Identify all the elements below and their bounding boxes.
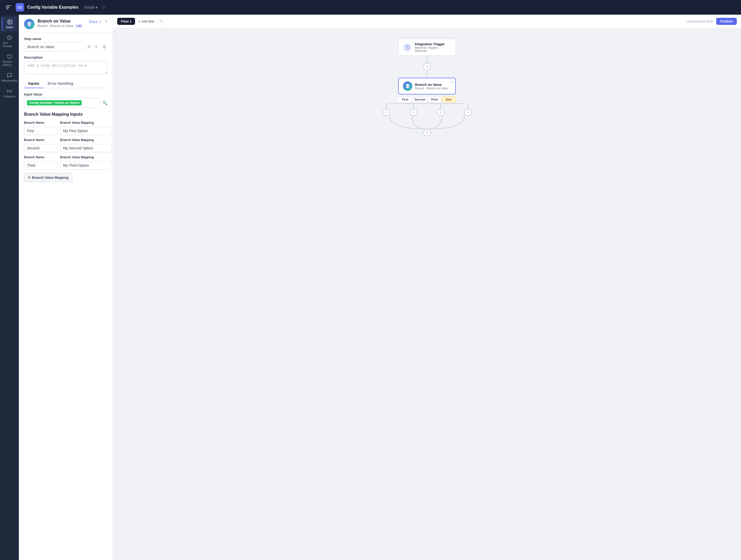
branch-tab-first[interactable]: First — [398, 97, 412, 102]
project-badge: CE — [16, 3, 24, 11]
panel-header: Branch on Value Branch - Branch on Value… — [19, 15, 113, 33]
trigger-node-subtitle: Webhook Triggers - Webhook — [415, 46, 451, 52]
branch-row-inputs-2: 🗑 ⋮⋮ — [24, 161, 108, 170]
branch-node-title: Branch on Value — [415, 83, 448, 86]
branch-value-input-0[interactable] — [60, 127, 112, 135]
sidebar-item-instances[interactable]: Instances — [2, 86, 17, 101]
step-name-group: Step name ⧉ ✎ 🗑 — [24, 37, 108, 51]
connector-line — [427, 70, 427, 78]
sidebar: Editor Test Runner Version History Attac… — [0, 15, 19, 560]
config-variable-tag: Config Variable | Select an Option — [27, 100, 82, 106]
sidebar-item-editor[interactable]: Editor — [2, 17, 17, 32]
details-button[interactable]: Details ▾ — [84, 5, 98, 9]
branch-node-info: Branch on Value Branch - Branch on Value — [415, 83, 448, 90]
branch-name-label-1: Branch Name — [24, 138, 58, 142]
version-badge: v44 — [75, 24, 83, 28]
step-name-row: ⧉ ✎ 🗑 — [24, 42, 108, 51]
sidebar-item-version-history[interactable]: Version History — [2, 51, 17, 69]
canvas-content: Integration Trigger Webhook Triggers - W… — [113, 28, 741, 560]
branch-tab-else[interactable]: Else — [442, 97, 456, 102]
canvas-toolbar: Flow 1 + Add flow ? Unpublished draft Pu… — [113, 15, 741, 28]
search-icon[interactable]: 🔍 — [102, 101, 108, 106]
branch-name-label-2: Branch Name — [24, 155, 58, 159]
flow-column: Integration Trigger Webhook Triggers - W… — [383, 39, 471, 560]
input-value-box[interactable]: Config Variable | Select an Option — [24, 98, 100, 108]
sidebar-label-test-runner: Test Runner — [3, 41, 16, 48]
description-label: Description — [24, 56, 108, 59]
add-step-button-merged[interactable]: + — [423, 129, 431, 136]
trigger-node[interactable]: Integration Trigger Webhook Triggers - W… — [398, 39, 456, 56]
connector-line — [427, 56, 427, 63]
branch-name-label-0: Branch Name — [24, 121, 58, 125]
add-flow-button[interactable]: + Add flow — [138, 19, 154, 23]
trigger-node-info: Integration Trigger Webhook Triggers - W… — [415, 42, 451, 52]
branch-name-input-2[interactable] — [24, 161, 58, 170]
main-layout: Editor Test Runner Version History Attac… — [0, 15, 741, 560]
sidebar-item-test-runner[interactable]: Test Runner — [2, 33, 17, 50]
chevron-down-icon: ▾ — [96, 5, 97, 9]
branch-node-icon — [403, 81, 412, 91]
panel-tabs: Inputs Error Handling — [24, 79, 108, 88]
branch-tab-second[interactable]: Second — [413, 97, 427, 102]
draft-status: Unpublished draft — [686, 19, 713, 23]
branch-mapping-label-2: Branch Value Mapping — [60, 155, 94, 159]
step-panel: Branch on Value Branch - Branch on Value… — [19, 15, 113, 560]
docs-link[interactable]: Docs ↗ — [89, 20, 102, 24]
branch-tab-third[interactable]: Third — [427, 97, 442, 102]
add-step-button-1[interactable]: + — [423, 63, 431, 70]
add-step-button-first[interactable]: + — [383, 109, 390, 116]
sidebar-label-version-history: Version History — [3, 60, 16, 66]
branch-row-inputs-1: 🗑 ⋮⋮ — [24, 144, 108, 152]
plus-icon: + — [138, 19, 140, 23]
help-button[interactable]: ? — [157, 18, 164, 24]
trigger-node-title: Integration Trigger — [415, 42, 451, 46]
branch-node[interactable]: Branch on Value Branch - Branch on Value… — [398, 78, 456, 95]
canvas-area: Flow 1 + Add flow ? Unpublished draft Pu… — [113, 15, 741, 560]
branch-row-inputs-0: 🗑 ⋮⋮ — [24, 127, 108, 135]
branch-row: Branch Name Branch Value Mapping 🗑 ⋮⋮ — [24, 155, 108, 170]
panel-subtitle: Branch - Branch on Value v44 — [38, 24, 86, 28]
branch-mapping-label-1: Branch Value Mapping — [60, 138, 94, 142]
external-link-icon: ↗ — [98, 20, 102, 24]
input-value-label: Input Value — [24, 92, 108, 96]
plus-icon: + — [28, 175, 30, 180]
branch-value-input-1[interactable] — [60, 144, 112, 152]
branch-node-close[interactable]: × — [451, 80, 453, 84]
publish-button[interactable]: Publish — [716, 18, 737, 25]
tab-error-handling[interactable]: Error Handling — [44, 79, 77, 88]
add-step-button-else[interactable]: + — [464, 109, 471, 116]
copy-icon[interactable]: ⧉ — [87, 44, 91, 50]
add-step-button-second[interactable]: + — [410, 109, 417, 116]
branch-name-input-1[interactable] — [24, 144, 58, 152]
add-step-button-third[interactable]: + — [437, 109, 444, 116]
branch-tabs: First Second Third Else — [398, 97, 456, 102]
panel-body: Step name ⧉ ✎ 🗑 Description Inputs Error… — [19, 33, 113, 560]
branch-node-subtitle: Branch - Branch on Value — [415, 86, 448, 90]
section-title: Branch Value Mapping Inputs — [24, 112, 108, 117]
sidebar-label-attachments: Attachments — [1, 79, 17, 82]
sidebar-label-instances: Instances — [3, 95, 15, 98]
topbar: CE Config Variable Examples Details ▾ ☆ — [0, 0, 741, 15]
panel-header-actions: Docs ↗ × — [89, 19, 108, 24]
edit-icon[interactable]: ✎ — [94, 44, 99, 51]
branch-name-input-0[interactable] — [24, 127, 58, 135]
project-title: Config Variable Examples — [27, 5, 78, 10]
app-logo — [4, 3, 12, 11]
delete-icon[interactable]: 🗑 — [101, 44, 108, 50]
trigger-node-icon — [403, 43, 412, 52]
add-branch-button[interactable]: + Branch Value Mapping — [24, 173, 72, 182]
star-button[interactable]: ☆ — [102, 4, 106, 10]
branch-value-input-2[interactable] — [60, 161, 112, 170]
branch-mapping-label-0: Branch Value Mapping — [60, 121, 94, 125]
flow-tab[interactable]: Flow 1 — [117, 18, 135, 25]
branch-row: Branch Name Branch Value Mapping 🗑 ⋮⋮ — [24, 121, 108, 135]
close-button[interactable]: × — [105, 19, 108, 24]
tab-inputs[interactable]: Inputs — [24, 79, 44, 88]
panel-info: Branch on Value Branch - Branch on Value… — [38, 19, 86, 28]
sidebar-label-editor: Editor — [6, 26, 14, 29]
branch-mapping-table: Branch Name Branch Value Mapping 🗑 ⋮⋮ — [24, 121, 108, 170]
sidebar-item-attachments[interactable]: Attachments — [2, 70, 17, 85]
step-icon — [24, 19, 35, 29]
description-input[interactable] — [24, 61, 108, 74]
step-name-input[interactable] — [24, 42, 84, 51]
